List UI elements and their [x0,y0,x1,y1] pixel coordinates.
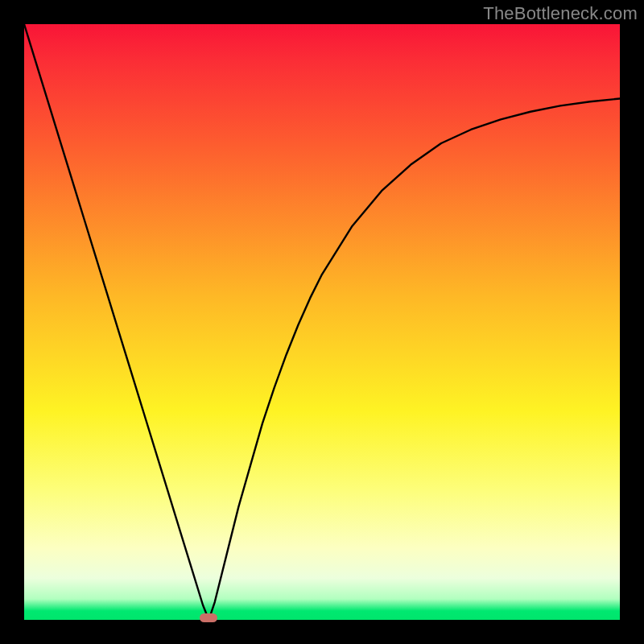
watermark-text: TheBottleneck.com [483,3,638,24]
bottleneck-curve [24,24,620,620]
curve-path [24,24,620,620]
plot-area [24,24,620,620]
chart-frame: TheBottleneck.com [0,0,644,644]
optimal-marker [200,613,217,622]
